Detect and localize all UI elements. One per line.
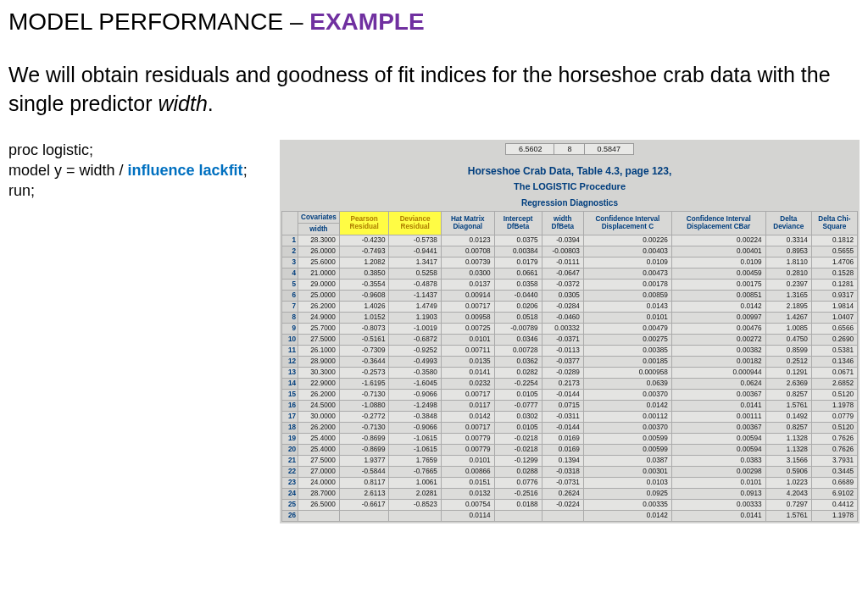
table-row: 1624.5000-1.0880-1.24980.0117-0.07770.07… (282, 400, 858, 411)
table-row: 625.0000-0.9608-1.14370.00914-0.04400.03… (282, 290, 858, 301)
table-row: 325.60001.20821.34170.007390.0179-0.0111… (282, 257, 858, 268)
table-row: 1826.2000-0.7130-0.90660.007170.0105-0.0… (282, 422, 858, 433)
top-stats: 6.560280.5847 (281, 141, 858, 157)
output-subtitle: The LOGISTIC Procedure (281, 180, 858, 197)
table-row: 2428.70002.61132.02810.0132-0.25160.2624… (282, 488, 858, 499)
output-title: Horseshoe Crab Data, Table 4.3, page 123… (281, 157, 858, 180)
table-row: 2324.00000.81171.00610.01510.0776-0.0731… (282, 477, 858, 488)
table-row: 1126.1000-0.7309-0.92520.007110.00728-0.… (282, 345, 858, 356)
table-row: 726.20001.40261.47490.007170.0206-0.0284… (282, 301, 858, 312)
table-row: 1228.9000-0.3644-0.49930.01350.0362-0.03… (282, 356, 858, 367)
table-row: 2526.5000-0.6617-0.85230.007540.0188-0.0… (282, 499, 858, 510)
table-row: 1925.4000-0.8699-1.06150.00779-0.02180.0… (282, 433, 858, 444)
table-row: 824.90001.01521.19030.009580.0518-0.0460… (282, 312, 858, 323)
table-row: 2127.50001.93771.76590.0101-0.12990.1394… (282, 455, 858, 466)
table-row: 2227.0000-0.5844-0.76650.008660.0288-0.0… (282, 466, 858, 477)
table-row: 925.7000-0.8073-1.00190.00725-0.007890.0… (282, 323, 858, 334)
sas-output: 6.560280.5847 Horseshoe Crab Data, Table… (280, 140, 860, 523)
title-highlight: EXAMPLE (309, 8, 424, 35)
table-row: 2025.4000-0.8699-1.06150.00779-0.02180.0… (282, 444, 858, 455)
table-row: 260.01140.01420.01411.57611.1978 (282, 510, 858, 521)
table-row: 1330.3000-0.2573-0.35800.01410.0282-0.02… (282, 367, 858, 378)
sas-code: proc logistic; model y = width / influen… (8, 140, 280, 202)
page-title: MODEL PERFORMANCE – EXAMPLE (8, 8, 860, 36)
description-text: We will obtain residuals and goodness of… (8, 61, 860, 119)
table-row: 529.0000-0.3554-0.48780.01370.0358-0.037… (282, 279, 858, 290)
table-row: 226.0000-0.7493-0.94410.007080.00384-0.0… (282, 246, 858, 257)
table-row: 421.00000.38500.52580.03000.0661-0.06470… (282, 268, 858, 279)
table-row: 1422.9000-1.6195-1.60450.0232-0.22540.21… (282, 378, 858, 389)
output-section: Regression Diagnostics (281, 197, 858, 211)
table-row: 1027.5000-0.5161-0.68720.01010.0346-0.03… (282, 334, 858, 345)
table-row: 1730.0000-0.2772-0.38480.01420.0302-0.03… (282, 411, 858, 422)
table-row: 1526.2000-0.7130-0.90660.007170.0105-0.0… (282, 389, 858, 400)
title-prefix: MODEL PERFORMANCE – (8, 8, 309, 35)
table-row: 128.3000-0.4230-0.57380.01230.0375-0.039… (282, 235, 858, 246)
diagnostics-table: Covariates Pearson Residual Deviance Res… (281, 211, 858, 522)
